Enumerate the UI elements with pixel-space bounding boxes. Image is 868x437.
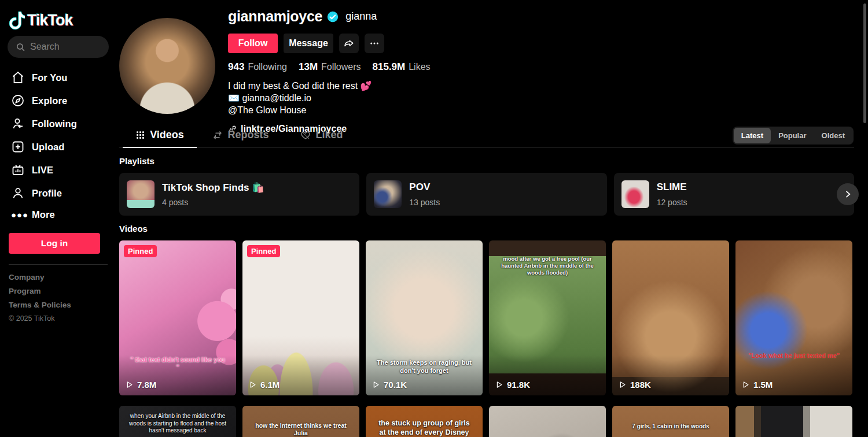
playlist-post-count: 4 posts (162, 198, 264, 207)
view-count-text: 7.8M (137, 380, 156, 390)
profile-header: giannamjoyce gianna Follow Message (119, 0, 854, 121)
view-count-text: 188K (630, 380, 651, 390)
sidebar-item-label: For You (32, 72, 68, 83)
active-tab-underline (123, 147, 197, 148)
search-icon (16, 42, 25, 52)
video-thumbnail[interactable]: The storm keeps on raging, but don't you… (366, 240, 483, 395)
sidebar-item-explore[interactable]: Explore (8, 89, 109, 112)
playlists-heading: Playlists (119, 156, 854, 166)
playlist-title: SLIME (657, 182, 687, 193)
play-icon (741, 380, 750, 389)
sidebar-item-label: Following (32, 118, 77, 129)
login-button[interactable]: Log in (9, 233, 100, 254)
sidebar-item-upload[interactable]: Upload (8, 135, 109, 158)
sidebar: TikTok Search For You Explore Following … (0, 0, 116, 437)
video-caption: how the internet thinks we treat Julia (252, 422, 350, 437)
sidebar-item-more[interactable]: ●●● More (8, 205, 109, 225)
tab-reposts[interactable]: Reposts (200, 123, 281, 147)
sidebar-item-live[interactable]: LIVE (8, 158, 109, 182)
copyright-text: © 2025 TikTok (9, 314, 109, 323)
playlists-row: TikTok Shop Finds 🛍️ 4 posts POV 13 post… (119, 173, 854, 216)
sidebar-item-label: Upload (32, 142, 65, 153)
stat-label: Followers (321, 62, 361, 72)
view-count-text: 1.5M (753, 380, 773, 390)
video-thumbnail[interactable] (735, 406, 852, 437)
pinned-badge: Pinned (247, 245, 280, 257)
video-thumbnail[interactable]: the stuck up group of girls at the end o… (366, 406, 483, 437)
profile-page: giannamjoyce gianna Follow Message (119, 0, 854, 437)
stat-likes[interactable]: 815.9M Likes (373, 61, 431, 73)
play-icon (125, 380, 134, 389)
repost-icon (212, 130, 223, 140)
tab-label: Liked (315, 129, 343, 141)
video-thumbnail[interactable]: Pinned 6.1M (242, 240, 359, 395)
stat-value: 943 (228, 61, 244, 73)
video-thumbnail[interactable] (489, 406, 606, 437)
footer-link-program[interactable]: Program (9, 287, 109, 295)
tab-label: Reposts (227, 129, 269, 141)
profile-icon (11, 186, 25, 200)
sidebar-item-for-you[interactable]: For You (8, 66, 109, 89)
playlist-card-pov[interactable]: POV 13 posts (366, 173, 606, 216)
search-placeholder: Search (30, 42, 60, 52)
ellipsis-icon (369, 38, 380, 49)
view-count-text: 70.1K (384, 380, 407, 390)
tiktok-logo[interactable]: TikTok (8, 8, 109, 32)
playlist-post-count: 13 posts (409, 198, 440, 207)
sort-oldest-button[interactable]: Oldest (814, 128, 852, 143)
message-button[interactable]: Message (284, 34, 333, 53)
stat-following[interactable]: 943 Following (228, 61, 287, 73)
profile-bio: I did my best & God did the rest 💕 ✉️ gi… (228, 80, 431, 116)
tab-label: Videos (150, 129, 184, 141)
video-thumbnail[interactable]: "Look what he just texted me" 1.5M (735, 240, 852, 395)
profile-username: giannamjoyce (228, 8, 322, 25)
stat-followers[interactable]: 13M Followers (299, 61, 361, 73)
view-count-text: 6.1M (260, 380, 279, 390)
videos-heading: Videos (119, 224, 854, 234)
playlist-thumbnail (374, 180, 402, 208)
play-icon (618, 380, 627, 389)
sidebar-item-label: LIVE (32, 165, 53, 176)
follow-button[interactable]: Follow (228, 34, 278, 53)
video-thumbnail[interactable]: 7 girls, 1 cabin in the woods (612, 406, 729, 437)
playlist-card-tiktok-shop-finds[interactable]: TikTok Shop Finds 🛍️ 4 posts (119, 173, 359, 216)
video-caption: " that text didn't sound like you " (128, 356, 227, 371)
sidebar-item-following[interactable]: Following (8, 112, 109, 135)
playlist-title: POV (409, 182, 440, 193)
video-caption: when your Airbnb in the middle of the wo… (128, 413, 227, 435)
playlists-next-button[interactable] (837, 183, 859, 205)
sidebar-footer: Company Program Terms & Policies © 2025 … (8, 273, 109, 323)
sidebar-nav: For You Explore Following Upload LIVE Pr… (8, 66, 109, 225)
play-icon (248, 380, 257, 389)
tab-liked[interactable]: Liked (281, 123, 362, 147)
user-following-icon (11, 117, 25, 131)
video-thumbnail[interactable]: Pinned " that text didn't sound like you… (119, 240, 236, 395)
video-view-count: 91.8K (495, 380, 530, 390)
sidebar-item-label: Explore (32, 95, 67, 106)
sort-popular-button[interactable]: Popular (771, 128, 814, 143)
share-profile-button[interactable] (339, 34, 359, 53)
video-caption: the stuck up group of girls at the end o… (375, 419, 473, 437)
video-thumbnail[interactable]: when your Airbnb in the middle of the wo… (119, 406, 236, 437)
sort-latest-button[interactable]: Latest (734, 128, 771, 143)
grid-icon (135, 130, 145, 140)
sidebar-item-profile[interactable]: Profile (8, 182, 109, 205)
video-thumbnail[interactable]: 188K (612, 240, 729, 395)
play-icon (372, 380, 380, 389)
profile-avatar[interactable] (119, 18, 215, 114)
footer-link-company[interactable]: Company (9, 273, 109, 282)
scrollbar-thumb[interactable] (863, 3, 866, 123)
pinned-badge: Pinned (124, 245, 157, 257)
playlist-card-slime[interactable]: SLIME 12 posts (614, 173, 854, 216)
video-view-count: 70.1K (372, 380, 407, 390)
video-thumbnail[interactable]: how the internet thinks we treat Julia (242, 406, 359, 437)
tab-videos[interactable]: Videos (119, 123, 200, 147)
compass-icon (11, 94, 25, 108)
search-input[interactable]: Search (8, 36, 109, 58)
home-icon (11, 71, 25, 84)
more-options-button[interactable] (365, 34, 384, 53)
playlist-thumbnail (127, 180, 155, 208)
ellipsis-icon: ●●● (11, 210, 25, 220)
footer-link-terms[interactable]: Terms & Policies (9, 301, 109, 309)
video-thumbnail[interactable]: mood after we got a free pool (our haunt… (489, 240, 606, 395)
